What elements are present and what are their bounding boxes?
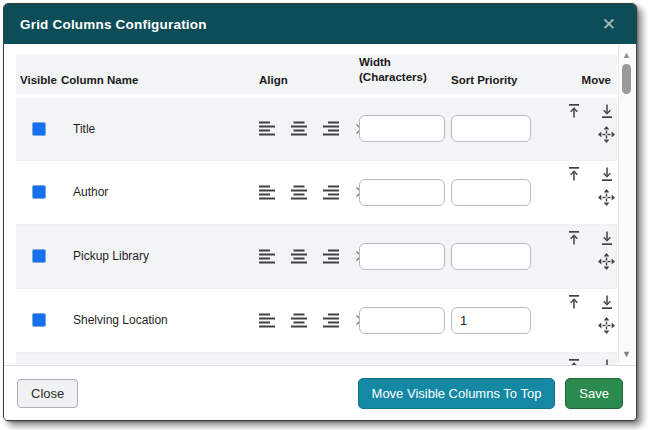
- header-sort-priority: Sort Priority: [451, 54, 545, 96]
- visible-checkbox[interactable]: [32, 249, 46, 263]
- align-center-button[interactable]: [291, 313, 309, 328]
- align-right-button[interactable]: [323, 249, 341, 264]
- move-to-bottom-button[interactable]: [599, 166, 615, 182]
- move-to-top-button[interactable]: [566, 358, 582, 366]
- visible-checkbox[interactable]: [32, 313, 46, 327]
- column-name-label: Pickup Library: [61, 249, 247, 263]
- width-characters-input[interactable]: [359, 307, 445, 334]
- table-row: Pickup Library: [16, 224, 617, 288]
- move-to-bottom-button[interactable]: [599, 294, 615, 310]
- header-column-name: Column Name: [61, 54, 247, 96]
- move-to-top-button[interactable]: [566, 166, 582, 182]
- width-characters-input[interactable]: [359, 115, 445, 142]
- move-to-bottom-button[interactable]: [599, 230, 615, 246]
- align-center-icon: [291, 185, 309, 200]
- align-left-button[interactable]: [259, 313, 277, 328]
- align-right-icon: [323, 249, 341, 264]
- dialog-body: Visible Column Name Align Width (Charact…: [4, 44, 636, 365]
- dialog-header: Grid Columns Configuration ✕: [4, 4, 636, 44]
- dialog-footer: Close Move Visible Columns To Top Save: [4, 365, 636, 420]
- align-center-button[interactable]: [291, 121, 309, 136]
- align-center-icon: [291, 249, 309, 264]
- grid-columns-config-dialog: Grid Columns Configuration ✕ Visible Col…: [3, 3, 637, 421]
- move-to-top-button[interactable]: [566, 230, 582, 246]
- header-visible: Visible: [16, 54, 61, 96]
- dialog-title: Grid Columns Configuration: [20, 17, 207, 32]
- align-left-button[interactable]: [259, 185, 277, 200]
- align-right-button[interactable]: [323, 313, 341, 328]
- move-to-bottom-button[interactable]: [599, 103, 615, 119]
- columns-scroll-area: Visible Column Name Align Width (Charact…: [4, 44, 636, 365]
- columns-table: Visible Column Name Align Width (Charact…: [16, 54, 617, 365]
- visible-checkbox[interactable]: [32, 122, 46, 136]
- visible-checkbox[interactable]: [32, 185, 46, 199]
- align-right-button[interactable]: [323, 121, 341, 136]
- move-visible-columns-to-top-button[interactable]: Move Visible Columns To Top: [358, 378, 556, 409]
- align-right-button[interactable]: [323, 185, 341, 200]
- save-button[interactable]: Save: [565, 378, 623, 409]
- column-name-label: Author: [61, 185, 247, 199]
- drag-move-icon: [598, 317, 615, 334]
- align-left-icon: [259, 121, 277, 136]
- align-left-icon: [259, 313, 277, 328]
- align-center-button[interactable]: [291, 249, 309, 264]
- close-icon: ✕: [602, 15, 616, 34]
- align-left-button[interactable]: [259, 121, 277, 136]
- move-to-top-icon: [566, 230, 582, 246]
- column-name-label: Shelving Location: [61, 313, 247, 327]
- drag-move-handle[interactable]: [598, 253, 615, 270]
- align-center-icon: [291, 313, 309, 328]
- table-row: Author: [16, 160, 617, 224]
- move-to-top-icon: [566, 103, 582, 119]
- scroll-down-icon[interactable]: ▼: [619, 347, 634, 361]
- align-center-button[interactable]: [291, 185, 309, 200]
- align-right-icon: [323, 121, 341, 136]
- align-left-icon: [259, 249, 277, 264]
- move-to-bottom-icon: [599, 230, 615, 246]
- table-row: Shelving Location: [16, 288, 617, 352]
- table-row: Title: [16, 96, 617, 160]
- align-left-icon: [259, 185, 277, 200]
- sort-priority-input[interactable]: [451, 179, 531, 206]
- move-to-bottom-icon: [599, 166, 615, 182]
- close-dialog-button[interactable]: ✕: [598, 14, 620, 35]
- drag-move-icon: [598, 253, 615, 270]
- scrollbar-thumb[interactable]: [622, 64, 631, 94]
- align-right-icon: [323, 185, 341, 200]
- width-characters-input[interactable]: [359, 243, 445, 270]
- table-row: [16, 352, 617, 365]
- close-button[interactable]: Close: [17, 379, 78, 408]
- sort-priority-input[interactable]: [451, 115, 531, 142]
- sort-priority-input[interactable]: [451, 307, 531, 334]
- sort-priority-input[interactable]: [451, 243, 531, 270]
- align-center-icon: [291, 121, 309, 136]
- drag-move-handle[interactable]: [598, 189, 615, 206]
- align-right-icon: [323, 313, 341, 328]
- drag-move-handle[interactable]: [598, 317, 615, 334]
- move-to-top-icon: [566, 294, 582, 310]
- move-to-bottom-icon: [599, 103, 615, 119]
- column-name-label: Title: [61, 122, 247, 136]
- vertical-scrollbar[interactable]: ▲ ▼: [618, 46, 634, 363]
- columns-table-body: Title: [16, 96, 617, 365]
- drag-move-handle[interactable]: [598, 126, 615, 143]
- columns-table-header: Visible Column Name Align Width (Charact…: [16, 54, 617, 96]
- move-to-bottom-button[interactable]: [599, 358, 615, 366]
- move-to-top-button[interactable]: [566, 103, 582, 119]
- header-align: Align: [247, 54, 359, 96]
- move-to-top-button[interactable]: [566, 294, 582, 310]
- move-to-bottom-icon: [599, 358, 615, 366]
- width-characters-input[interactable]: [359, 179, 445, 206]
- header-move: Move: [545, 54, 617, 96]
- drag-move-icon: [598, 126, 615, 143]
- align-left-button[interactable]: [259, 249, 277, 264]
- drag-move-icon: [598, 189, 615, 206]
- move-to-bottom-icon: [599, 294, 615, 310]
- move-to-top-icon: [566, 166, 582, 182]
- scroll-up-icon[interactable]: ▲: [619, 48, 634, 62]
- move-to-top-icon: [566, 358, 582, 366]
- header-width: Width (Characters): [359, 54, 451, 96]
